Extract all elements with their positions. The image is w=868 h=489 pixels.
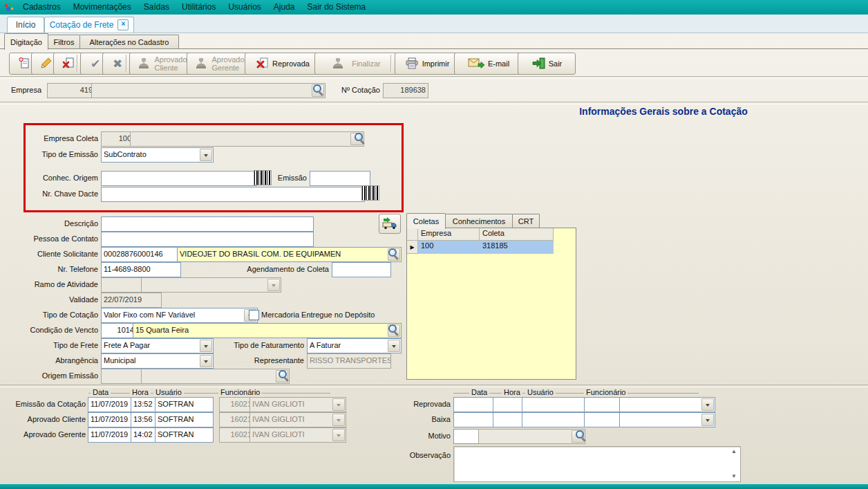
empresa-search-icon[interactable] xyxy=(312,84,325,96)
empresa-coleta-combo[interactable] xyxy=(130,131,364,147)
finalizar-button[interactable]: Finalizar xyxy=(314,53,397,75)
menu-sair-do-sistema[interactable]: Sair do Sistema xyxy=(302,1,372,14)
imprimir-button[interactable]: Imprimir xyxy=(395,53,460,75)
observacao-scroll-up-icon[interactable]: ▲ xyxy=(731,448,737,455)
pessoa-contato-field[interactable] xyxy=(101,232,314,247)
tab-inicio[interactable]: Início xyxy=(7,17,44,33)
agendamento-field[interactable] xyxy=(332,262,391,277)
aprov-gerente-func-combo[interactable]: IVAN GIGLIOTI xyxy=(249,427,346,443)
dropdown-arrow-icon[interactable] xyxy=(200,149,212,161)
grid-header-empresa[interactable]: Empresa xyxy=(418,228,480,241)
cliente-combo[interactable]: VIDEOJET DO BRASIL COM. DE EQUIPAMEN xyxy=(177,247,402,262)
emissao-usuario-field[interactable]: SOFTRAN xyxy=(155,397,214,412)
empresa-code-field[interactable]: 419 xyxy=(47,83,95,98)
tipo-cotacao-combo[interactable]: Valor Fixo com NF Variável xyxy=(101,308,258,323)
menu-ajuda[interactable]: Ajuda xyxy=(268,1,301,14)
aprov-gerente-data-field[interactable]: 11/07/2019 xyxy=(88,427,135,443)
tab-crt[interactable]: CRT xyxy=(512,214,540,228)
tipo-emissao-combo[interactable]: SubContrato xyxy=(101,147,214,163)
barcode-icon[interactable] xyxy=(254,170,272,185)
barcode-icon[interactable] xyxy=(361,185,379,201)
nr-chave-dacte-field[interactable] xyxy=(101,187,365,202)
condicao-vencto-search-icon[interactable] xyxy=(388,324,400,336)
tab-cotacao-de-frete[interactable]: Cotação de Frete × xyxy=(44,17,134,33)
dropdown-arrow-icon[interactable] xyxy=(200,355,212,367)
cliente-codigo-field[interactable]: 00028876000146 xyxy=(101,247,181,262)
emissao-func-combo[interactable]: IVAN GIGLIOTI xyxy=(249,397,346,412)
empresa-coleta-search-icon[interactable] xyxy=(354,132,366,145)
emissao-data-field[interactable]: 11/07/2019 xyxy=(88,397,135,412)
origem-emissao-search-icon[interactable] xyxy=(278,369,290,382)
abrangencia-combo[interactable]: Municipal xyxy=(101,353,214,369)
tab-coletas[interactable]: Coletas xyxy=(406,213,446,229)
observacao-scroll-down-icon[interactable]: ▼ xyxy=(731,473,737,480)
menu-cadastros[interactable]: Cadastros xyxy=(17,1,66,14)
mercadoria-deposito-checkbox[interactable] xyxy=(249,310,259,320)
emissao-field[interactable] xyxy=(310,171,370,186)
origem-emissao-combo[interactable] xyxy=(141,369,290,384)
menu-movimentacoes[interactable]: Movimentações xyxy=(68,1,137,14)
aprovado-gerente-button[interactable]: AprovadoGerente xyxy=(187,53,252,75)
motivo-combo[interactable] xyxy=(478,429,585,444)
aprov-cliente-data-field[interactable]: 11/07/2019 xyxy=(88,412,135,427)
dropdown-arrow-icon[interactable] xyxy=(200,340,212,352)
cliente-search-icon[interactable] xyxy=(388,248,400,260)
grid-header-coleta[interactable]: Coleta xyxy=(480,228,554,241)
subtab-digitacao[interactable]: Digitação xyxy=(4,33,48,50)
validade-field[interactable]: 22/07/2019 xyxy=(101,293,162,308)
ramo-atividade-code-field[interactable] xyxy=(101,277,145,293)
close-tab-icon[interactable]: × xyxy=(117,19,129,30)
dropdown-arrow-icon[interactable] xyxy=(332,429,345,441)
grid-cell-coleta[interactable]: 318185 xyxy=(480,241,554,254)
ramo-atividade-combo[interactable] xyxy=(141,277,281,293)
reprovada-usuario-field[interactable] xyxy=(522,397,587,412)
dropdown-arrow-icon[interactable] xyxy=(267,279,280,291)
aprovado-cliente-button[interactable]: AprovadoCliente xyxy=(129,53,195,75)
reprovada-button[interactable]: Reprovada xyxy=(245,53,321,75)
condicao-vencto-codigo-field[interactable]: 1014 xyxy=(101,323,137,338)
dropdown-arrow-icon[interactable] xyxy=(388,340,400,352)
menu-usuarios[interactable]: Usuários xyxy=(223,1,266,14)
menu-saidas[interactable]: Saídas xyxy=(138,1,175,14)
dropdown-arrow-icon[interactable] xyxy=(701,414,714,426)
printer-icon xyxy=(405,57,419,71)
tab-conhecimentos[interactable]: Conhecimentos xyxy=(445,214,513,228)
aprov-cliente-func-combo[interactable]: IVAN GIGLIOTI xyxy=(249,412,346,427)
tipo-faturamento-combo[interactable]: A Faturar xyxy=(307,338,402,353)
baixa-usuario-field[interactable] xyxy=(522,412,587,427)
condicao-vencto-combo[interactable]: 15 Quarta Feira xyxy=(133,323,402,338)
coleta-truck-button[interactable] xyxy=(379,214,401,234)
cancel-button[interactable]: ✖ xyxy=(102,53,133,75)
representante-field[interactable]: RISSO TRANSPORTES - CLIE xyxy=(307,353,391,369)
tipo-frete-combo[interactable]: Frete A Pagar xyxy=(101,338,214,353)
origem-emissao-code-field[interactable] xyxy=(101,369,145,384)
conhec-origem-field[interactable] xyxy=(101,171,257,186)
baixa-func-cod-field[interactable] xyxy=(584,412,623,427)
reprovada-func-combo[interactable] xyxy=(619,397,715,412)
num-cotacao-field[interactable]: 189638 xyxy=(383,83,428,98)
baixa-func-combo[interactable] xyxy=(619,412,715,427)
nr-chave-dacte-label: Nr. Chave Dacte xyxy=(14,187,98,201)
descricao-field[interactable] xyxy=(101,216,314,232)
aprov-cliente-usuario-field[interactable]: SOFTRAN xyxy=(155,412,214,427)
dropdown-arrow-icon[interactable] xyxy=(332,398,345,411)
baixa-data-field[interactable] xyxy=(453,412,498,427)
nr-telefone-field[interactable]: 11-4689-8800 xyxy=(101,262,181,277)
reprovada-data-field[interactable] xyxy=(453,397,498,412)
aprov-gerente-usuario-field[interactable]: SOFTRAN xyxy=(155,427,214,443)
menu-utilitarios[interactable]: Utilitários xyxy=(176,1,221,14)
subtab-filtros[interactable]: Filtros xyxy=(48,35,80,49)
grid-row[interactable]: ▶ 100 318185 xyxy=(407,241,576,254)
delete-button[interactable] xyxy=(53,53,84,75)
sair-button[interactable]: Sair xyxy=(518,53,576,75)
email-button[interactable]: E-mail xyxy=(454,53,523,75)
subtab-alteracoes-no-cadastro[interactable]: Alterações no Cadastro xyxy=(79,35,179,49)
grid-cell-empresa[interactable]: 100 xyxy=(418,241,480,254)
dropdown-arrow-icon[interactable] xyxy=(332,414,345,426)
motivo-search-icon[interactable] xyxy=(575,430,587,442)
observacao-textarea[interactable] xyxy=(453,446,741,482)
empresa-coleta-code-field[interactable]: 100 xyxy=(101,131,134,147)
dropdown-arrow-icon[interactable] xyxy=(701,398,714,411)
empresa-combo[interactable] xyxy=(91,83,326,98)
reprovada-func-cod-field[interactable] xyxy=(584,397,623,412)
